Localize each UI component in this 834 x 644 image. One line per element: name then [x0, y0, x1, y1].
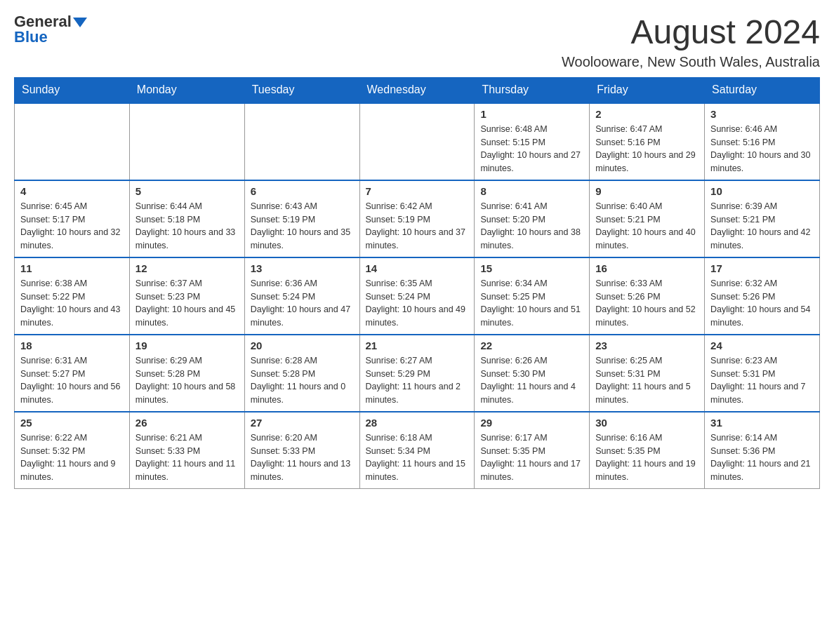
calendar-cell: 11Sunrise: 6:38 AM Sunset: 5:22 PM Dayli… [15, 257, 130, 335]
day-info: Sunrise: 6:21 AM Sunset: 5:33 PM Dayligh… [135, 431, 239, 484]
calendar-cell: 14Sunrise: 6:35 AM Sunset: 5:24 PM Dayli… [359, 257, 475, 335]
day-number: 30 [595, 417, 699, 429]
calendar-week-2: 4Sunrise: 6:45 AM Sunset: 5:17 PM Daylig… [15, 180, 820, 257]
calendar-cell: 24Sunrise: 6:23 AM Sunset: 5:31 PM Dayli… [705, 335, 820, 412]
calendar-cell: 23Sunrise: 6:25 AM Sunset: 5:31 PM Dayli… [590, 335, 705, 412]
day-number: 23 [595, 340, 699, 351]
day-info: Sunrise: 6:17 AM Sunset: 5:35 PM Dayligh… [480, 431, 583, 484]
day-info: Sunrise: 6:14 AM Sunset: 5:36 PM Dayligh… [710, 431, 814, 484]
calendar-cell: 3Sunrise: 6:46 AM Sunset: 5:16 PM Daylig… [705, 102, 820, 180]
day-info: Sunrise: 6:37 AM Sunset: 5:23 PM Dayligh… [135, 277, 239, 330]
calendar-body: 1Sunrise: 6:48 AM Sunset: 5:15 PM Daylig… [15, 102, 820, 488]
day-number: 1 [480, 108, 583, 120]
header-monday: Monday [129, 77, 244, 102]
day-number: 25 [20, 417, 124, 429]
calendar-cell: 13Sunrise: 6:36 AM Sunset: 5:24 PM Dayli… [244, 257, 359, 335]
calendar-cell: 30Sunrise: 6:16 AM Sunset: 5:35 PM Dayli… [590, 412, 705, 489]
calendar-cell: 15Sunrise: 6:34 AM Sunset: 5:25 PM Dayli… [475, 257, 590, 335]
day-info: Sunrise: 6:35 AM Sunset: 5:24 PM Dayligh… [366, 277, 469, 330]
day-number: 26 [135, 417, 239, 429]
header-saturday: Saturday [705, 77, 820, 102]
day-info: Sunrise: 6:34 AM Sunset: 5:25 PM Dayligh… [480, 277, 583, 330]
day-number: 3 [710, 108, 814, 120]
day-number: 27 [251, 417, 354, 429]
day-info: Sunrise: 6:33 AM Sunset: 5:26 PM Dayligh… [595, 277, 699, 330]
calendar-cell: 31Sunrise: 6:14 AM Sunset: 5:36 PM Dayli… [705, 412, 820, 489]
day-number: 5 [135, 185, 239, 197]
title-area: August 2024 Woolooware, New South Wales,… [562, 14, 820, 70]
day-number: 12 [135, 262, 239, 274]
calendar-cell: 25Sunrise: 6:22 AM Sunset: 5:32 PM Dayli… [15, 412, 130, 489]
calendar-cell: 4Sunrise: 6:45 AM Sunset: 5:17 PM Daylig… [15, 180, 130, 257]
header-tuesday: Tuesday [244, 77, 359, 102]
calendar-cell: 22Sunrise: 6:26 AM Sunset: 5:30 PM Dayli… [475, 335, 590, 412]
day-number: 22 [480, 340, 583, 351]
calendar-cell: 12Sunrise: 6:37 AM Sunset: 5:23 PM Dayli… [129, 257, 244, 335]
day-info: Sunrise: 6:42 AM Sunset: 5:19 PM Dayligh… [366, 200, 469, 253]
day-number: 17 [710, 262, 814, 274]
day-number: 16 [595, 262, 699, 274]
day-info: Sunrise: 6:48 AM Sunset: 5:15 PM Dayligh… [480, 123, 583, 175]
day-info: Sunrise: 6:18 AM Sunset: 5:34 PM Dayligh… [366, 431, 469, 484]
calendar-cell: 27Sunrise: 6:20 AM Sunset: 5:33 PM Dayli… [244, 412, 359, 489]
day-number: 4 [20, 185, 124, 197]
day-info: Sunrise: 6:44 AM Sunset: 5:18 PM Dayligh… [135, 200, 239, 253]
month-title: August 2024 [562, 14, 820, 51]
calendar-cell: 5Sunrise: 6:44 AM Sunset: 5:18 PM Daylig… [129, 180, 244, 257]
day-number: 28 [366, 417, 469, 429]
day-info: Sunrise: 6:38 AM Sunset: 5:22 PM Dayligh… [20, 277, 124, 330]
day-info: Sunrise: 6:23 AM Sunset: 5:31 PM Dayligh… [710, 354, 814, 407]
calendar-cell: 6Sunrise: 6:43 AM Sunset: 5:19 PM Daylig… [244, 180, 359, 257]
calendar-cell: 16Sunrise: 6:33 AM Sunset: 5:26 PM Dayli… [590, 257, 705, 335]
day-number: 18 [20, 340, 124, 351]
calendar-week-5: 25Sunrise: 6:22 AM Sunset: 5:32 PM Dayli… [15, 412, 820, 489]
calendar-cell: 18Sunrise: 6:31 AM Sunset: 5:27 PM Dayli… [15, 335, 130, 412]
day-info: Sunrise: 6:28 AM Sunset: 5:28 PM Dayligh… [251, 354, 354, 407]
header: General Blue August 2024 Woolooware, New… [14, 14, 820, 70]
header-friday: Friday [590, 77, 705, 102]
day-number: 10 [710, 185, 814, 197]
day-info: Sunrise: 6:47 AM Sunset: 5:16 PM Dayligh… [595, 123, 699, 175]
calendar-cell: 26Sunrise: 6:21 AM Sunset: 5:33 PM Dayli… [129, 412, 244, 489]
logo-triangle-icon [73, 18, 87, 27]
calendar-table: Sunday Monday Tuesday Wednesday Thursday… [14, 77, 820, 489]
calendar-cell: 29Sunrise: 6:17 AM Sunset: 5:35 PM Dayli… [475, 412, 590, 489]
calendar-cell: 20Sunrise: 6:28 AM Sunset: 5:28 PM Dayli… [244, 335, 359, 412]
day-info: Sunrise: 6:26 AM Sunset: 5:30 PM Dayligh… [480, 354, 583, 407]
day-info: Sunrise: 6:40 AM Sunset: 5:21 PM Dayligh… [595, 200, 699, 253]
location-title: Woolooware, New South Wales, Australia [562, 54, 820, 70]
day-info: Sunrise: 6:36 AM Sunset: 5:24 PM Dayligh… [251, 277, 354, 330]
day-number: 24 [710, 340, 814, 351]
header-wednesday: Wednesday [359, 77, 475, 102]
calendar-cell: 7Sunrise: 6:42 AM Sunset: 5:19 PM Daylig… [359, 180, 475, 257]
day-number: 2 [595, 108, 699, 120]
day-info: Sunrise: 6:41 AM Sunset: 5:20 PM Dayligh… [480, 200, 583, 253]
calendar-cell: 8Sunrise: 6:41 AM Sunset: 5:20 PM Daylig… [475, 180, 590, 257]
day-number: 19 [135, 340, 239, 351]
calendar-cell: 2Sunrise: 6:47 AM Sunset: 5:16 PM Daylig… [590, 102, 705, 180]
day-number: 29 [480, 417, 583, 429]
day-info: Sunrise: 6:29 AM Sunset: 5:28 PM Dayligh… [135, 354, 239, 407]
header-sunday: Sunday [15, 77, 130, 102]
calendar-cell: 9Sunrise: 6:40 AM Sunset: 5:21 PM Daylig… [590, 180, 705, 257]
day-number: 15 [480, 262, 583, 274]
calendar-cell: 10Sunrise: 6:39 AM Sunset: 5:21 PM Dayli… [705, 180, 820, 257]
header-row: Sunday Monday Tuesday Wednesday Thursday… [15, 77, 820, 102]
day-number: 13 [251, 262, 354, 274]
day-info: Sunrise: 6:25 AM Sunset: 5:31 PM Dayligh… [595, 354, 699, 407]
day-number: 7 [366, 185, 469, 197]
day-info: Sunrise: 6:45 AM Sunset: 5:17 PM Dayligh… [20, 200, 124, 253]
day-info: Sunrise: 6:31 AM Sunset: 5:27 PM Dayligh… [20, 354, 124, 407]
day-number: 20 [251, 340, 354, 351]
day-info: Sunrise: 6:32 AM Sunset: 5:26 PM Dayligh… [710, 277, 814, 330]
day-info: Sunrise: 6:22 AM Sunset: 5:32 PM Dayligh… [20, 431, 124, 484]
calendar-cell [15, 102, 130, 180]
calendar-cell: 19Sunrise: 6:29 AM Sunset: 5:28 PM Dayli… [129, 335, 244, 412]
day-number: 9 [595, 185, 699, 197]
calendar-cell [129, 102, 244, 180]
calendar-week-1: 1Sunrise: 6:48 AM Sunset: 5:15 PM Daylig… [15, 102, 820, 180]
logo-blue-text: Blue [14, 28, 48, 46]
day-number: 8 [480, 185, 583, 197]
header-thursday: Thursday [475, 77, 590, 102]
calendar-cell: 21Sunrise: 6:27 AM Sunset: 5:29 PM Dayli… [359, 335, 475, 412]
